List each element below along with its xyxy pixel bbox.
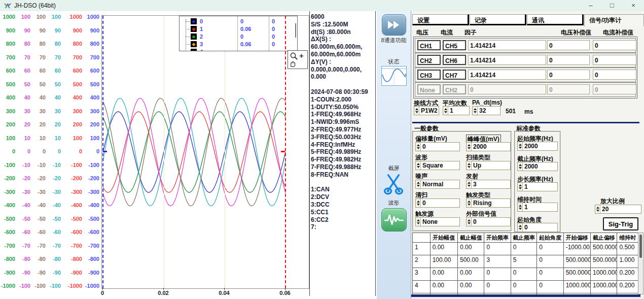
sweep-table-cell[interactable]: 500.0000: [564, 268, 591, 280]
current-channel-field[interactable]: CH6: [443, 55, 466, 65]
sweep-table-cell[interactable]: 0: [511, 281, 537, 293]
spinner-arrows[interactable]: [518, 142, 523, 150]
minimize-button[interactable]: –: [580, 0, 601, 11]
sweep-table-cell[interactable]: 0.00: [431, 268, 458, 280]
sweep-table-row[interactable]: 30.000.00000500.00001000.0000.200: [413, 268, 638, 281]
spinner-arrows[interactable]: [595, 205, 600, 213]
factor-field[interactable]: 1.414214: [468, 40, 546, 50]
spin-down-arrow[interactable]: [468, 222, 471, 224]
tab-communication[interactable]: 通讯: [527, 14, 584, 25]
legend-marker[interactable]: ◆: [191, 49, 197, 51]
voltage-comp-field[interactable]: 0: [547, 70, 590, 80]
spinner-arrows[interactable]: [473, 107, 478, 115]
voltage-channel-field[interactable]: CH2: [417, 55, 441, 65]
sweep-table-cell[interactable]: 100.00: [431, 255, 458, 268]
sweep-table-cell[interactable]: 500.0000: [591, 243, 617, 255]
waveform-plot[interactable]: ◆000◆10.060◆200◆30.060◆4 +: [101, 15, 309, 289]
spinner-arrows[interactable]: [467, 161, 472, 170]
pa-dt-field[interactable]: 32: [472, 106, 500, 115]
sweep-table-cell[interactable]: 1.000: [617, 255, 638, 268]
sweep-table-cell[interactable]: 0.00: [458, 281, 484, 293]
sweep-table-cell[interactable]: 0: [537, 243, 563, 255]
spin-up-arrow[interactable]: [468, 182, 471, 184]
spin-down-arrow[interactable]: [417, 147, 420, 149]
spin-up-arrow[interactable]: [519, 144, 522, 146]
status-preview-button[interactable]: [381, 66, 407, 86]
spin-down-arrow[interactable]: [468, 166, 471, 168]
current-comp-field[interactable]: 0: [593, 84, 636, 94]
spin-down-arrow[interactable]: [519, 187, 522, 189]
waveform-generator-button[interactable]: [381, 208, 407, 231]
sweep-table-cell[interactable]: 0: [484, 243, 511, 255]
sweep-table-cell[interactable]: 3: [413, 268, 431, 280]
spin-up-arrow[interactable]: [519, 164, 522, 166]
voltage-channel-field[interactable]: None: [417, 84, 441, 94]
spinner-arrows[interactable]: [416, 143, 421, 151]
sweep-table-cell[interactable]: 0: [511, 268, 537, 280]
sweep-table-row[interactable]: 2100.00500.00350500.0000500.00001.000: [413, 255, 638, 268]
legend-row[interactable]: ◆4: [180, 48, 297, 51]
spin-down-arrow[interactable]: [417, 204, 420, 206]
sweep-table-cell[interactable]: 0.00: [431, 243, 458, 255]
current-comp-field[interactable]: 0: [593, 55, 636, 65]
spin-down-arrow[interactable]: [468, 147, 471, 149]
spinner-arrows[interactable]: [414, 107, 419, 115]
maximize-button[interactable]: □: [601, 0, 623, 11]
legend-marker[interactable]: ◆: [191, 34, 197, 40]
current-channel-field[interactable]: CH7: [443, 70, 466, 80]
legend-row[interactable]: ◆000: [180, 18, 297, 25]
spinner-arrows[interactable]: [416, 199, 421, 207]
factor-field[interactable]: 1.414214: [468, 70, 546, 80]
sweep-table-cell[interactable]: 0.00: [458, 268, 484, 280]
tab-record[interactable]: 记录: [470, 14, 526, 25]
spinner-arrows[interactable]: [416, 180, 421, 188]
spin-up-arrow[interactable]: [417, 144, 420, 146]
spin-up-arrow[interactable]: [417, 163, 420, 165]
spin-up-arrow[interactable]: [519, 184, 522, 186]
legend-row[interactable]: ◆30.060: [180, 41, 297, 48]
trigger-type-field[interactable]: Rising: [466, 198, 511, 208]
spin-up-arrow[interactable]: [519, 205, 522, 207]
sweep-table-cell[interactable]: 2: [413, 255, 431, 268]
voltage-channel-field[interactable]: CH1: [417, 40, 441, 50]
spin-up-arrow[interactable]: [468, 219, 471, 221]
spin-up-arrow[interactable]: [519, 225, 522, 227]
legend-row[interactable]: ◆10.060: [180, 25, 297, 33]
sig-trig-button[interactable]: Sig-Trig: [603, 217, 638, 230]
spinner-arrows[interactable]: [416, 218, 421, 226]
sweep-table-cell[interactable]: 1000.000: [591, 268, 617, 280]
sweep-table-row[interactable]: 10.000.00000-1000.00500.00000.500: [413, 243, 638, 255]
peak-to-peak-mv-field[interactable]: 2000: [466, 142, 511, 151]
spin-up-arrow[interactable]: [468, 144, 471, 146]
spin-down-arrow[interactable]: [519, 167, 522, 169]
sweep-table-cell[interactable]: -1000.00: [564, 243, 591, 255]
sweep-table-cell[interactable]: 4: [413, 281, 431, 293]
current-channel-field[interactable]: CH5: [443, 40, 466, 50]
sweep-table-cell[interactable]: 0: [511, 243, 537, 255]
eight-channel-button[interactable]: [382, 14, 406, 36]
spin-up-arrow[interactable]: [417, 201, 420, 203]
current-channel-field[interactable]: CH2: [443, 84, 466, 94]
voltage-channel-field[interactable]: CH3: [417, 70, 441, 80]
sweep-table-cell[interactable]: 0: [537, 255, 563, 268]
zoom-in-icon[interactable]: [290, 52, 299, 60]
sweep-table-cell[interactable]: 0.00: [458, 243, 484, 255]
spinner-arrows[interactable]: [443, 107, 448, 115]
legend-marker[interactable]: ◆: [191, 18, 197, 24]
spin-down-arrow[interactable]: [417, 222, 420, 224]
spin-down-arrow[interactable]: [468, 204, 471, 206]
sweep-field[interactable]: 0: [415, 198, 460, 208]
spin-down-arrow[interactable]: [417, 185, 420, 187]
spinner-arrows[interactable]: [467, 199, 472, 207]
sweep-table-cell[interactable]: 1000.000: [564, 281, 591, 293]
pan-hand-icon[interactable]: [290, 60, 296, 67]
sweep-table-cell[interactable]: 500.0000: [591, 255, 617, 268]
legend-scroll-thumb[interactable]: [295, 23, 296, 38]
sweep-table-cell[interactable]: 500.00: [458, 255, 484, 268]
sweep-table-cell[interactable]: 0.200: [617, 281, 638, 293]
sweep-table-cell[interactable]: 0.500: [617, 243, 638, 255]
spinner-arrows[interactable]: [518, 203, 523, 211]
spin-down-arrow[interactable]: [468, 185, 471, 187]
current-comp-field[interactable]: 0: [593, 70, 636, 80]
start-frequency-field[interactable]: 2000: [517, 142, 558, 151]
